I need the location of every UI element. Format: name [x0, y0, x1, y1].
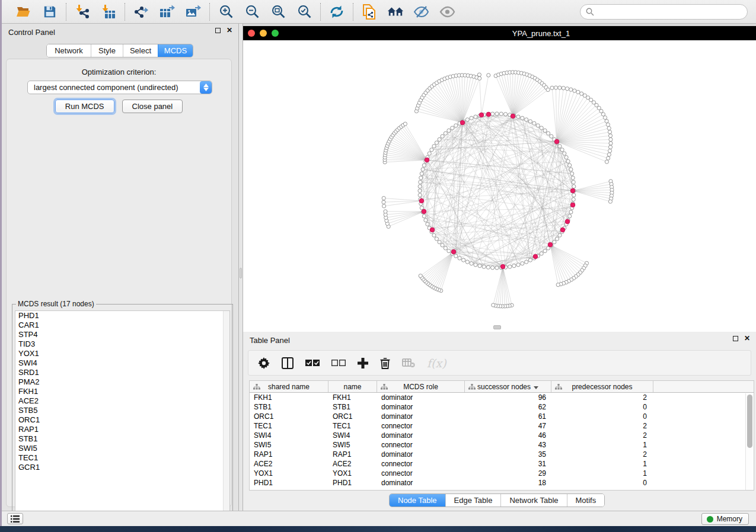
- network-node[interactable]: [563, 152, 566, 155]
- mcds-result-item[interactable]: SWI5: [15, 444, 229, 453]
- network-node[interactable]: [441, 134, 444, 138]
- network-node[interactable]: [608, 149, 612, 153]
- import-network-icon[interactable]: [74, 4, 91, 20]
- tab-motifs[interactable]: Motifs: [567, 494, 605, 507]
- function-builder-icon[interactable]: f(x): [427, 357, 446, 370]
- column-header-shared-name[interactable]: shared name: [250, 381, 328, 392]
- network-node[interactable]: [491, 112, 495, 116]
- network-node[interactable]: [528, 258, 532, 262]
- network-node[interactable]: [605, 119, 608, 123]
- network-node[interactable]: [609, 137, 613, 141]
- criterion-dropdown[interactable]: largest connected component (undirected): [27, 81, 212, 94]
- vertical-splitter[interactable]: [238, 24, 243, 511]
- network-canvas-svg[interactable]: [243, 40, 756, 327]
- tab-style[interactable]: Style: [91, 44, 123, 57]
- mcds-list-scrollbar[interactable]: [223, 311, 229, 517]
- network-node[interactable]: [425, 158, 429, 162]
- mcds-result-item[interactable]: PHD1: [15, 311, 229, 321]
- mcds-result-item[interactable]: TEC1: [15, 453, 229, 463]
- network-node[interactable]: [479, 113, 484, 117]
- network-node[interactable]: [572, 198, 575, 201]
- export-image-icon[interactable]: [185, 4, 202, 20]
- network-node[interactable]: [382, 200, 385, 204]
- network-node[interactable]: [548, 242, 553, 247]
- network-node[interactable]: [603, 116, 607, 119]
- hide-selected-icon[interactable]: [413, 4, 430, 20]
- network-node[interactable]: [477, 73, 481, 76]
- gear-icon[interactable]: [258, 357, 270, 369]
- column-header-predecessor-nodes[interactable]: predecessor nodes: [551, 381, 653, 392]
- network-node[interactable]: [565, 219, 570, 224]
- network-node[interactable]: [432, 233, 436, 237]
- network-node[interactable]: [560, 227, 565, 232]
- network-node[interactable]: [569, 88, 573, 91]
- network-node[interactable]: [428, 152, 431, 155]
- task-history-button[interactable]: [7, 513, 23, 524]
- import-table-icon[interactable]: [100, 4, 117, 20]
- memory-button[interactable]: Memory: [701, 513, 749, 525]
- network-node[interactable]: [558, 145, 562, 148]
- network-node[interactable]: [438, 137, 441, 141]
- run-mcds-button[interactable]: Run MCDS: [55, 100, 114, 113]
- network-node[interactable]: [516, 263, 520, 267]
- column-header-successor-nodes[interactable]: successor nodes: [465, 381, 551, 392]
- network-node[interactable]: [525, 118, 528, 121]
- network-node[interactable]: [419, 198, 424, 203]
- network-node[interactable]: [447, 129, 451, 132]
- table-row[interactable]: SWI5SWI5connector431: [250, 440, 754, 450]
- network-node[interactable]: [533, 254, 538, 259]
- network-node[interactable]: [435, 141, 438, 145]
- mcds-result-item[interactable]: FKH1: [15, 387, 229, 396]
- network-node[interactable]: [554, 139, 559, 144]
- network-node[interactable]: [444, 246, 447, 250]
- tab-network[interactable]: Network: [47, 44, 91, 57]
- table-row[interactable]: ACE2ACE2connector311: [250, 459, 754, 469]
- tab-edge-table[interactable]: Edge Table: [445, 494, 501, 507]
- network-node[interactable]: [465, 118, 469, 121]
- network-node[interactable]: [430, 227, 435, 232]
- network-node[interactable]: [512, 264, 516, 268]
- table-row[interactable]: ORC1ORC1dominator610: [250, 412, 754, 421]
- network-node[interactable]: [571, 176, 575, 180]
- tab-node-table[interactable]: Node Table: [390, 494, 445, 507]
- network-node[interactable]: [572, 193, 576, 197]
- network-node[interactable]: [421, 168, 425, 171]
- network-node[interactable]: [458, 257, 461, 260]
- mcds-result-item[interactable]: CAR1: [15, 321, 229, 330]
- network-node[interactable]: [580, 92, 583, 95]
- network-node[interactable]: [570, 188, 575, 193]
- network-node[interactable]: [487, 73, 490, 77]
- network-node[interactable]: [569, 210, 573, 214]
- network-node[interactable]: [572, 180, 575, 184]
- table-scrollbar-thumb[interactable]: [747, 395, 752, 448]
- mcds-result-item[interactable]: ORC1: [15, 415, 229, 425]
- network-node[interactable]: [556, 237, 559, 241]
- network-node[interactable]: [430, 148, 433, 152]
- network-node[interactable]: [528, 120, 532, 123]
- network-node[interactable]: [465, 260, 469, 264]
- network-node[interactable]: [570, 203, 575, 207]
- network-node[interactable]: [382, 204, 386, 208]
- network-node[interactable]: [564, 156, 568, 159]
- close-panel-icon[interactable]: ✕: [744, 336, 750, 341]
- table-row[interactable]: STB1STB1dominator620: [250, 402, 754, 412]
- network-node[interactable]: [492, 303, 495, 307]
- network-node[interactable]: [451, 126, 454, 130]
- search-input[interactable]: [598, 6, 747, 18]
- network-node[interactable]: [495, 112, 499, 116]
- network-node[interactable]: [478, 76, 481, 80]
- network-node[interactable]: [558, 86, 562, 89]
- network-node[interactable]: [570, 172, 574, 175]
- network-node[interactable]: [474, 115, 477, 118]
- zoom-in-icon[interactable]: [218, 4, 234, 20]
- table-row[interactable]: PHD1PHD1dominator180: [250, 478, 754, 488]
- network-node[interactable]: [601, 113, 605, 116]
- network-node[interactable]: [384, 210, 387, 213]
- network-node[interactable]: [607, 156, 610, 160]
- zoom-selected-icon[interactable]: [296, 4, 312, 20]
- close-panel-button[interactable]: Close panel: [122, 100, 183, 113]
- search-box[interactable]: [580, 4, 748, 20]
- network-node[interactable]: [553, 241, 556, 244]
- column-header-name[interactable]: name: [328, 381, 377, 392]
- export-network-icon[interactable]: [133, 4, 149, 20]
